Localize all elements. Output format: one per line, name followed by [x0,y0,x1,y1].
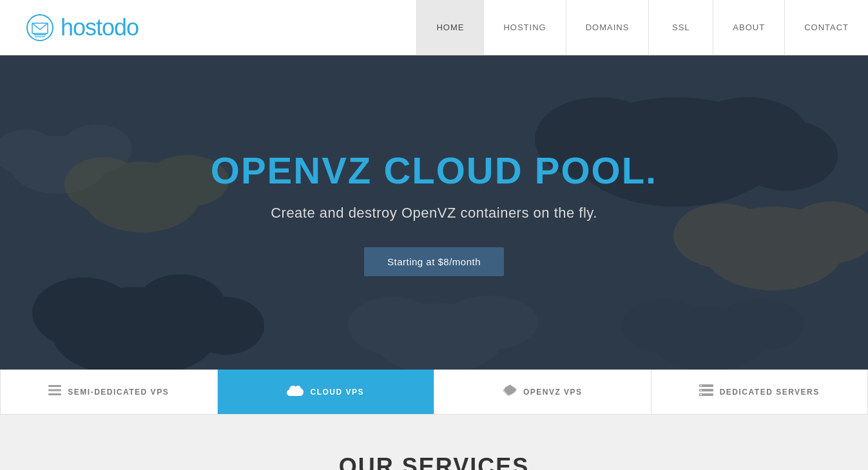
openvz-icon [503,384,517,399]
hero-content: OPENVZ CLOUD POOL. Create and destroy Op… [211,149,657,276]
cloud-vps-icon [287,384,304,399]
nav-ssl[interactable]: SSL [648,0,713,55]
nav-hosting[interactable]: HOSTING [483,0,565,55]
svg-rect-34 [700,390,702,391]
tab-openvz-vps[interactable]: OPENVZ VPS [434,370,651,414]
tab-dedicated-label: DEDICATED SERVERS [720,388,820,397]
svg-point-24 [441,296,538,350]
hero-section: OPENVZ CLOUD POOL. Create and destroy Op… [0,55,868,370]
tab-semi-dedicated-vps[interactable]: SEMI-DEDICATED VPS [0,370,218,414]
svg-rect-28 [48,385,61,387]
svg-point-18 [735,120,838,191]
logo-icon [26,14,54,42]
hero-cta-button[interactable]: Starting at $8/month [364,247,504,276]
svg-point-20 [673,203,770,268]
svg-rect-36 [700,394,702,395]
svg-rect-32 [700,385,702,386]
main-nav: HOME HOSTING DOMAINS SSL ABOUT CONTACT [416,0,868,55]
nav-home[interactable]: HOME [416,0,483,55]
hero-subtitle: Create and destroy OpenVZ containers on … [211,205,657,221]
svg-point-27 [717,299,804,350]
svg-point-8 [187,297,264,355]
tab-openvz-label: OPENVZ VPS [523,388,583,397]
header: hostodo HOME HOSTING DOMAINS SSL ABOUT C… [0,0,868,55]
svg-rect-30 [48,393,61,395]
svg-rect-29 [48,390,61,391]
nav-contact[interactable]: CONTACT [784,0,868,55]
services-section: OUR SERVICES We offer a wide variety of … [0,415,868,470]
hero-title: OPENVZ CLOUD POOL. [211,149,657,192]
tab-cloud-vps[interactable]: CLOUD VPS [218,370,435,414]
semi-dedicated-icon [48,385,61,399]
nav-about[interactable]: ABOUT [713,0,784,55]
nav-domains[interactable]: DOMAINS [566,0,649,55]
dedicated-servers-icon [699,384,713,399]
tab-dedicated-servers[interactable]: DEDICATED SERVERS [651,370,869,414]
svg-point-13 [64,157,142,211]
services-title: OUR SERVICES [26,453,842,470]
svg-point-6 [32,277,135,348]
svg-point-23 [348,297,438,355]
logo-text: hostodo [61,14,139,41]
tab-cloud-vps-label: CLOUD VPS [310,388,364,397]
service-tabs: SEMI-DEDICATED VPS CLOUD VPS OPENVZ VPS [0,370,868,415]
tab-semi-dedicated-label: SEMI-DEDICATED VPS [68,388,169,397]
logo-area: hostodo [0,14,164,42]
svg-point-26 [622,299,706,353]
